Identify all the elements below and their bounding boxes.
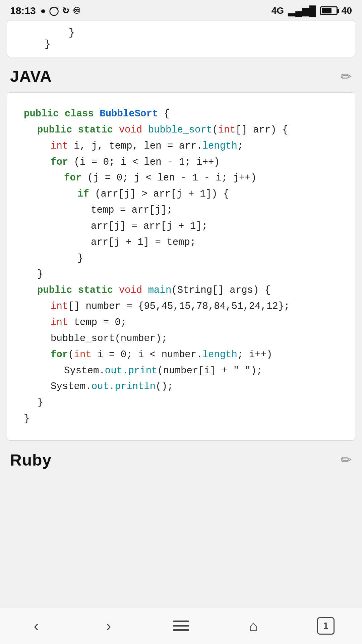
- status-icons: ● ◯ ↻ ♾: [41, 6, 81, 16]
- code-line-1: public class BubbleSort {: [24, 106, 342, 122]
- ruby-section-header: Ruby ✏: [7, 451, 355, 469]
- tab-count-box: 1: [317, 617, 335, 635]
- signal-bars: ▂▄▆█: [288, 5, 316, 16]
- code-line-4: for (i = 0; i < len - 1; i++): [24, 154, 342, 170]
- code-line-20: }: [24, 411, 342, 427]
- battery-icon: [320, 6, 338, 15]
- battery-fill: [322, 8, 331, 13]
- forward-arrow-icon: ›: [106, 618, 111, 634]
- forward-button[interactable]: ›: [92, 614, 125, 638]
- code-line-14: int temp = 0;: [24, 315, 342, 331]
- code-line-8: arr[j] = arr[j + 1];: [24, 218, 342, 234]
- bottom-navigation: ‹ › ⌂ 1: [0, 607, 362, 644]
- java-section-title: JAVA: [10, 67, 52, 86]
- tab-count-label: 1: [323, 621, 328, 631]
- code-line-18: System.out.println();: [24, 379, 342, 395]
- status-right: 4G ▂▄▆█ 40: [272, 5, 352, 16]
- code-line-13: int[] number = {95,45,15,78,84,51,24,12}…: [24, 299, 342, 315]
- ruby-section-title: Ruby: [10, 451, 52, 469]
- status-left: 18:13 ● ◯ ↻ ♾: [10, 5, 80, 16]
- home-button[interactable]: ⌂: [237, 614, 270, 638]
- code-line-7: temp = arr[j];: [24, 202, 342, 218]
- time-display: 18:13: [10, 5, 36, 16]
- refresh-icon: ↻: [62, 6, 69, 16]
- tabs-button[interactable]: 1: [309, 614, 343, 638]
- code-line-9: arr[j + 1] = temp;: [24, 234, 342, 251]
- chat-icon: ●: [41, 6, 46, 16]
- previous-code-block: } }: [7, 20, 355, 57]
- main-content: } } JAVA ✏ public class BubbleSort { pub…: [0, 20, 362, 469]
- code-line-17: System.out.print(number[i] + " ");: [24, 363, 342, 379]
- prev-line-2: }: [20, 39, 342, 50]
- code-line-11: }: [24, 266, 342, 282]
- network-label: 4G: [272, 5, 284, 16]
- back-button[interactable]: ‹: [19, 614, 53, 638]
- status-bar: 18:13 ● ◯ ↻ ♾ 4G ▂▄▆█ 40: [0, 0, 362, 20]
- code-line-19: }: [24, 395, 342, 411]
- java-code-block: public class BubbleSort { public static …: [7, 92, 355, 441]
- java-section-header: JAVA ✏: [7, 67, 355, 86]
- code-line-10: }: [24, 251, 342, 267]
- code-line-16: for(int i = 0; i < number.length; i++): [24, 347, 342, 363]
- code-line-12: public static void main(String[] args) {: [24, 282, 342, 299]
- code-line-15: bubble_sort(number);: [24, 331, 342, 347]
- prev-line-1: }: [20, 27, 342, 39]
- code-line-3: int i, j, temp, len = arr.length;: [24, 138, 342, 154]
- java-edit-icon[interactable]: ✏: [341, 69, 352, 84]
- infinity-icon: ♾: [73, 6, 80, 16]
- menu-button[interactable]: [164, 614, 198, 638]
- back-arrow-icon: ‹: [34, 618, 39, 634]
- home-icon: ⌂: [249, 618, 258, 634]
- menu-lines-icon: [173, 621, 189, 631]
- battery-percentage: 40: [342, 5, 352, 16]
- ruby-edit-icon[interactable]: ✏: [341, 452, 352, 468]
- code-line-6: if (arr[j] > arr[j + 1]) {: [24, 186, 342, 202]
- search-icon: ◯: [49, 6, 59, 16]
- code-line-5: for (j = 0; j < len - 1 - i; j++): [24, 170, 342, 186]
- battery-body: [320, 6, 338, 15]
- code-line-2: public static void bubble_sort(int[] arr…: [24, 122, 342, 138]
